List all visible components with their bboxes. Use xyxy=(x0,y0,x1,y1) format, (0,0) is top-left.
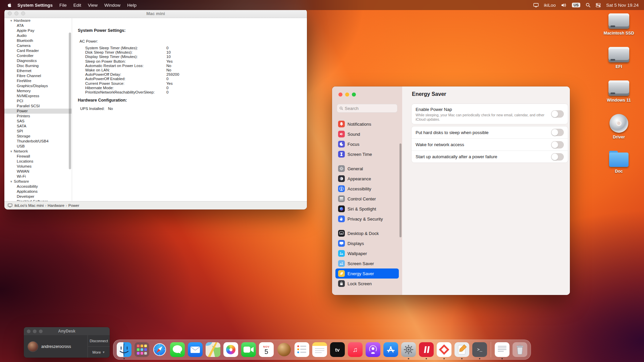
desktop-icon-doc[interactable]: Doc xyxy=(597,151,641,174)
sysinfo-item-memory[interactable]: Memory xyxy=(4,88,72,94)
sidebar-item-notifications[interactable]: Notifications xyxy=(335,119,399,129)
sysinfo-item-accessibility[interactable]: Accessibility xyxy=(4,184,72,189)
sidebar-item-screen-time[interactable]: Screen Time xyxy=(335,149,399,159)
sidebar-scrollbar[interactable] xyxy=(69,33,71,169)
sysinfo-item-camera[interactable]: Camera xyxy=(4,43,72,48)
desktop-icon-driver[interactable]: Driver xyxy=(597,114,641,139)
notes-icon[interactable] xyxy=(312,342,327,357)
sysinfo-item-wi-fi[interactable]: Wi-Fi xyxy=(4,174,72,179)
power-nap-toggle[interactable] xyxy=(551,110,564,118)
facetime-icon[interactable] xyxy=(241,342,256,357)
sysinfo-item-firewall[interactable]: Firewall xyxy=(4,154,72,159)
screen-share-status-icon[interactable] xyxy=(533,3,539,7)
terminal-app-icon[interactable]: >_ xyxy=(472,342,487,357)
sysinfo-section-hardware[interactable]: ▼Hardware xyxy=(4,18,72,23)
menu-edit[interactable]: Edit xyxy=(73,3,81,8)
sysinfo-item-ethernet[interactable]: Ethernet xyxy=(4,68,72,73)
editor-app-icon[interactable] xyxy=(454,342,469,357)
trash-icon[interactable] xyxy=(513,342,527,357)
menu-file[interactable]: File xyxy=(59,3,67,8)
option-toggle[interactable] xyxy=(551,129,564,136)
input-source-badge[interactable]: US xyxy=(572,3,580,7)
minimize-button[interactable] xyxy=(345,93,349,97)
sidebar-item-control-center[interactable]: Control Center xyxy=(335,194,399,204)
active-app-name[interactable]: System Settings xyxy=(17,3,53,8)
sidebar-item-accessibility[interactable]: Accessibility xyxy=(335,184,399,194)
volume-icon[interactable] xyxy=(561,3,567,7)
menu-help[interactable]: Help xyxy=(127,3,137,8)
sysinfo-item-printers[interactable]: Printers xyxy=(4,114,72,119)
sysinfo-item-usb[interactable]: USB xyxy=(4,144,72,149)
option-toggle[interactable] xyxy=(551,153,564,161)
sidebar-item-siri-spotlight[interactable]: Siri & Spotlight xyxy=(335,204,399,214)
sysinfo-item-audio[interactable]: Audio xyxy=(4,33,72,38)
apple-menu-icon[interactable] xyxy=(7,3,12,7)
sysinfo-item-power[interactable]: Power xyxy=(4,109,72,114)
sysinfo-item-apple-pay[interactable]: Apple Pay xyxy=(4,28,72,33)
sidebar-item-appearance[interactable]: Appearance xyxy=(335,174,399,184)
sysinfo-item-pci[interactable]: PCI xyxy=(4,99,72,104)
breadcrumb-segment[interactable]: Power xyxy=(68,203,79,207)
sysinfo-item-storage[interactable]: Storage xyxy=(4,134,72,139)
maps-icon[interactable] xyxy=(206,342,220,357)
sidebar-item-displays[interactable]: Displays xyxy=(335,238,399,248)
textedit-icon[interactable] xyxy=(495,342,509,357)
messages-icon[interactable] xyxy=(170,342,185,357)
anydesk-icon[interactable] xyxy=(437,342,451,357)
breadcrumb-segment[interactable]: ikiLoo's Mac mini xyxy=(14,203,44,207)
menu-window[interactable]: Window xyxy=(104,3,120,8)
sysinfo-item-disabled-software[interactable]: Disabled Software xyxy=(4,199,72,201)
sysinfo-item-card-reader[interactable]: Card Reader xyxy=(4,48,72,53)
tv-icon[interactable]: tv xyxy=(330,342,345,357)
sysinfo-item-applications[interactable]: Applications xyxy=(4,189,72,194)
sysinfo-item-locations[interactable]: Locations xyxy=(4,159,72,164)
breadcrumb-segment[interactable]: Hardware xyxy=(48,203,64,207)
sidebar-item-lock-screen[interactable]: Lock Screen xyxy=(335,279,399,289)
sysinfo-item-developer[interactable]: Developer xyxy=(4,194,72,199)
desktop-icon-efi[interactable]: EFI xyxy=(597,47,641,69)
sysinfo-item-sata[interactable]: SATA xyxy=(4,124,72,129)
finder-icon[interactable] xyxy=(117,342,131,357)
photos-icon[interactable] xyxy=(223,342,238,357)
anydesk-title-bar[interactable]: AnyDesk xyxy=(24,327,110,335)
desktop-icon-macintosh-ssd[interactable]: Macintosh SSD xyxy=(597,13,641,36)
bronze-app-icon[interactable] xyxy=(277,342,291,357)
sysinfo-item-sas[interactable]: SAS xyxy=(4,119,72,124)
sysinfo-item-nvmexpress[interactable]: NVMExpress xyxy=(4,94,72,99)
menu-view[interactable]: View xyxy=(88,3,98,8)
sidebar-item-wallpaper[interactable]: Wallpaper xyxy=(335,248,399,258)
more-button[interactable]: More ▼ xyxy=(88,346,110,358)
system-settings-icon[interactable] xyxy=(401,342,416,357)
launchpad-icon[interactable] xyxy=(135,342,149,357)
safari-icon[interactable] xyxy=(152,342,167,357)
sysinfo-item-controller[interactable]: Controller xyxy=(4,53,72,58)
sysinfo-section-network[interactable]: ▼Network xyxy=(4,149,72,154)
fast-user-switch-label[interactable]: ikiLoo xyxy=(544,3,556,8)
desktop-icon-windows-11[interactable]: Windows 11 xyxy=(597,80,641,103)
sysinfo-item-disc-burning[interactable]: Disc Burning xyxy=(4,63,72,68)
app-store-icon[interactable] xyxy=(383,342,398,357)
sysinfo-item-volumes[interactable]: Volumes xyxy=(4,164,72,169)
sysinfo-section-software[interactable]: ▼Software xyxy=(4,179,72,184)
sidebar-item-screen-saver[interactable]: Screen Saver xyxy=(335,258,399,268)
control-center-icon[interactable] xyxy=(596,3,601,7)
sysinfo-item-graphics-displays[interactable]: Graphics/Displays xyxy=(4,83,72,88)
settings-search[interactable] xyxy=(337,104,397,113)
option-toggle[interactable] xyxy=(551,141,564,148)
sidebar-item-energy-saver[interactable]: Energy Saver xyxy=(335,268,399,279)
mail-icon[interactable] xyxy=(188,342,203,357)
sysinfo-item-parallel-scsi[interactable]: Parallel SCSI xyxy=(4,104,72,109)
sidebar-item-desktop-dock[interactable]: Desktop & Dock xyxy=(335,228,399,238)
sysinfo-item-fibre-channel[interactable]: Fibre Channel xyxy=(4,73,72,78)
close-button[interactable] xyxy=(338,93,342,97)
red-app-icon[interactable] xyxy=(419,342,434,357)
sysinfo-item-wwan[interactable]: WWAN xyxy=(4,169,72,174)
sysinfo-item-ata[interactable]: ATA xyxy=(4,23,72,28)
sysinfo-item-firewire[interactable]: FireWire xyxy=(4,78,72,83)
podcasts-icon[interactable] xyxy=(366,342,380,357)
sysinfo-title-bar[interactable]: Mac mini xyxy=(4,9,307,18)
zoom-button[interactable] xyxy=(352,93,356,97)
search-input[interactable] xyxy=(345,106,395,111)
sysinfo-item-spi[interactable]: SPI xyxy=(4,129,72,134)
sysinfo-item-diagnostics[interactable]: Diagnostics xyxy=(4,58,72,63)
